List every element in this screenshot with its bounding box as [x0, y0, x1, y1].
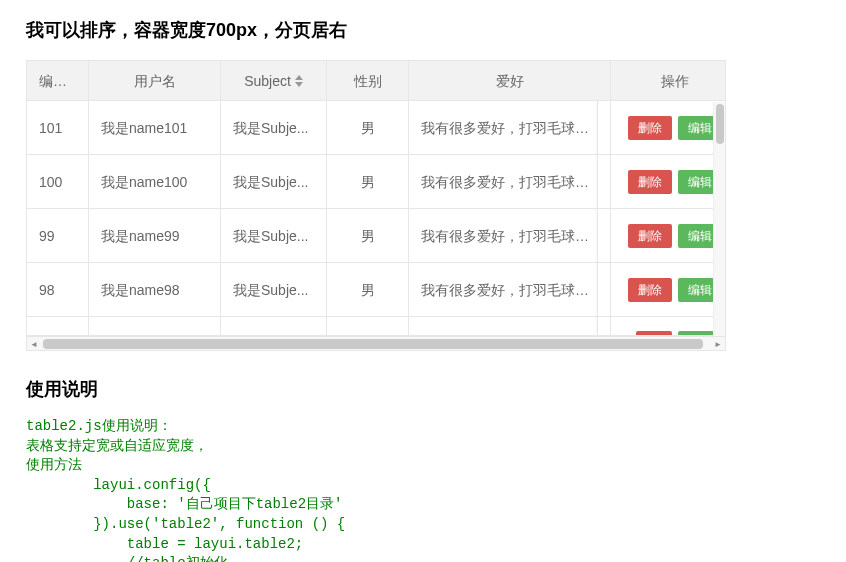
vertical-scrollbar[interactable] — [713, 102, 725, 336]
cell-subject: 我是Subje... — [221, 101, 327, 154]
delete-button[interactable]: 删除 — [628, 278, 672, 302]
scroll-left-icon[interactable]: ◄ — [27, 337, 41, 351]
cell-op: 删除 编辑 — [611, 155, 725, 208]
col-header-subject[interactable]: Subject — [221, 61, 327, 100]
col-header-id[interactable]: 编号... — [27, 61, 89, 100]
cell-subject — [221, 317, 327, 335]
cell-sex — [327, 317, 409, 335]
col-header-sex[interactable]: 性别 — [327, 61, 409, 100]
horizontal-scrollbar[interactable]: ◄ ► — [26, 336, 726, 351]
cell-id: 99 — [27, 209, 89, 262]
cell-hobby: 我有很多爱好，打羽毛球，打... — [409, 209, 611, 262]
table-body[interactable]: 101 我是name101 我是Subje... 男 我有很多爱好，打羽毛球，打… — [27, 101, 725, 335]
col-header-hobby[interactable]: 爱好 — [409, 61, 611, 100]
cell-subject: 我是Subje... — [221, 263, 327, 316]
code-block: table2.js使用说明： 表格支持定宽或自适应宽度， 使用方法 layui.… — [26, 417, 846, 562]
cell-id: 100 — [27, 155, 89, 208]
sort-desc-icon[interactable] — [295, 82, 303, 87]
delete-button[interactable] — [636, 331, 672, 335]
cell-sex: 男 — [327, 209, 409, 262]
cell-name: 我是name99 — [89, 209, 221, 262]
scroll-right-icon[interactable]: ► — [711, 337, 725, 351]
cell-hobby — [409, 317, 611, 335]
delete-button[interactable]: 删除 — [628, 224, 672, 248]
cell-hobby: 我有很多爱好，打羽毛球，打... — [409, 101, 611, 154]
page-title: 我可以排序，容器宽度700px，分页居右 — [26, 18, 846, 42]
cell-sex: 男 — [327, 263, 409, 316]
delete-button[interactable]: 删除 — [628, 170, 672, 194]
fixed-column-divider — [597, 101, 598, 335]
cell-name: 我是name100 — [89, 155, 221, 208]
cell-name: 我是name101 — [89, 101, 221, 154]
table-row: 100 我是name100 我是Subje... 男 我有很多爱好，打羽毛球，打… — [27, 155, 725, 209]
vertical-scrollbar-thumb[interactable] — [716, 104, 724, 144]
data-table: 编号... 用户名 Subject 性别 爱好 操作 101 我是name101… — [26, 60, 726, 336]
cell-op: 删除 编辑 — [611, 101, 725, 154]
col-header-op: 操作 — [611, 61, 738, 100]
table-row: 101 我是name101 我是Subje... 男 我有很多爱好，打羽毛球，打… — [27, 101, 725, 155]
sort-icon[interactable] — [295, 75, 303, 87]
cell-hobby: 我有很多爱好，打羽毛球，打... — [409, 155, 611, 208]
cell-sex: 男 — [327, 101, 409, 154]
table-header: 编号... 用户名 Subject 性别 爱好 操作 — [27, 61, 725, 101]
cell-name — [89, 317, 221, 335]
cell-op — [611, 317, 725, 335]
sort-asc-icon[interactable] — [295, 75, 303, 80]
cell-sex: 男 — [327, 155, 409, 208]
usage-title: 使用说明 — [26, 377, 846, 401]
cell-subject: 我是Subje... — [221, 155, 327, 208]
cell-subject: 我是Subje... — [221, 209, 327, 262]
edit-button[interactable] — [678, 331, 714, 335]
col-header-subject-label: Subject — [244, 61, 291, 100]
table-row: 99 我是name99 我是Subje... 男 我有很多爱好，打羽毛球，打..… — [27, 209, 725, 263]
cell-hobby: 我有很多爱好，打羽毛球，打... — [409, 263, 611, 316]
cell-id: 98 — [27, 263, 89, 316]
cell-id — [27, 317, 89, 335]
cell-name: 我是name98 — [89, 263, 221, 316]
col-header-name[interactable]: 用户名 — [89, 61, 221, 100]
horizontal-scrollbar-thumb[interactable] — [43, 339, 703, 349]
table-row — [27, 317, 725, 335]
delete-button[interactable]: 删除 — [628, 116, 672, 140]
cell-op: 删除 编辑 — [611, 263, 725, 316]
table-row: 98 我是name98 我是Subje... 男 我有很多爱好，打羽毛球，打..… — [27, 263, 725, 317]
cell-id: 101 — [27, 101, 89, 154]
cell-op: 删除 编辑 — [611, 209, 725, 262]
